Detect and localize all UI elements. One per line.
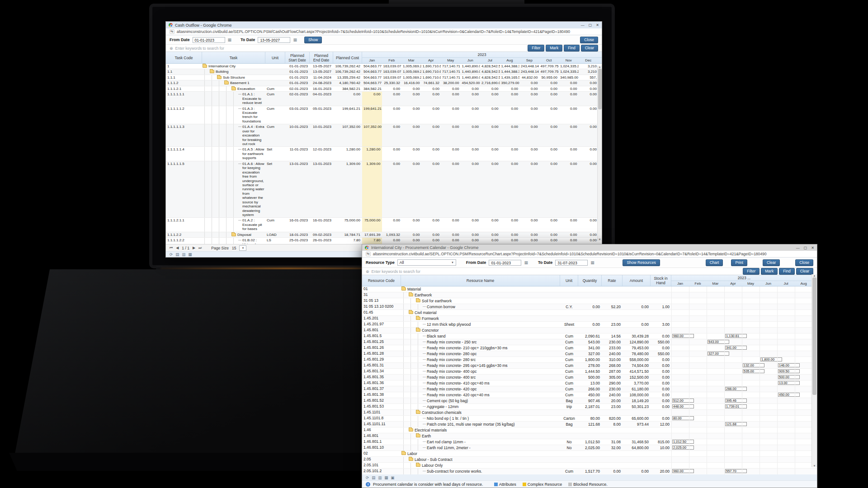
column-header[interactable]: Unit: [265, 52, 285, 63]
folder-icon[interactable]: [416, 464, 420, 467]
last-page-icon[interactable]: ⏭: [198, 246, 202, 250]
table-row[interactable]: 1.45.801.37Ready mix concrete- 420 opcCu…: [362, 386, 817, 392]
table-row[interactable]: 1.1.1.1.1.101.A.1 : Excavate to reduce l…: [166, 92, 602, 106]
folder-icon[interactable]: [401, 287, 406, 291]
table-row[interactable]: 2.05.101Labour Only: [362, 463, 817, 469]
refresh-icon[interactable]: ⟳: [170, 252, 173, 257]
folder-icon[interactable]: ▥: [378, 475, 382, 480]
table-row[interactable]: 1.1.1.1.1.301.A.4 : Extra over for excav…: [166, 124, 602, 147]
table-row[interactable]: 01Material: [362, 286, 817, 292]
export-icon[interactable]: ▤: [175, 252, 179, 257]
table-row[interactable]: 1.46Electrical materials: [362, 427, 817, 433]
table-row[interactable]: 1.45.1101Construction chemicals: [362, 410, 817, 416]
maximize-button[interactable]: ▢: [804, 246, 807, 250]
table-row[interactable]: 1.45.801.38Ready mix concrete- 420 opc+4…: [362, 392, 817, 398]
calendar-icon[interactable]: ▦: [524, 260, 528, 265]
table-row[interactable]: 1.45.801.53Aggregate - 12mmtrip2,187.012…: [362, 404, 817, 410]
folder-icon[interactable]: [217, 76, 222, 79]
calendar-icon[interactable]: ▦: [293, 38, 297, 42]
table-row[interactable]: 1.45.1101.8Nito bond ep ( 1 ltr. / tin )…: [362, 416, 817, 422]
filter-button[interactable]: Filter: [743, 268, 760, 275]
table-row[interactable]: 1.45.1101.11Patch crete 101, multi use r…: [362, 422, 817, 427]
table-row[interactable]: 1.45.801.26Ready mix concrete- 210 opc+ …: [362, 345, 817, 351]
folder-icon[interactable]: [416, 299, 420, 302]
table-row[interactable]: 1.45.801Concretor: [362, 328, 817, 333]
folder-icon[interactable]: [409, 311, 413, 314]
folder-icon[interactable]: [416, 411, 420, 414]
export-icon[interactable]: ▤: [372, 475, 375, 480]
search-input[interactable]: Enter keywords to search for: [175, 46, 224, 51]
table-row[interactable]: 1.1.1.2.1ExcavationCum02-01-202316-01-20…: [166, 86, 602, 92]
table-row[interactable]: 1.46.801.10Earth rod 11mm, 2meter -No2,0…: [362, 445, 817, 451]
chart-button[interactable]: Chart: [706, 259, 723, 266]
close-window-button[interactable]: ✕: [596, 23, 599, 27]
grid-icon[interactable]: ▦: [384, 475, 388, 480]
table-row[interactable]: 1.45.801.34Ready mix concrete- 400 opcCu…: [362, 369, 817, 375]
table-row[interactable]: 31 05 13Soil for earthwork: [362, 298, 817, 304]
address-bar[interactable]: ⇆ altasnimconstruction.civitbuild.ae/SEP…: [362, 251, 817, 258]
column-header[interactable]: Stock in Hand: [651, 275, 671, 286]
table-row[interactable]: 2.05.101.2Sub-contract for concrete work…: [362, 469, 817, 474]
column-header[interactable]: Rate: [602, 275, 623, 286]
table-row[interactable]: 1.45.201Formwork: [362, 316, 817, 322]
table-row[interactable]: 1.1.1.1.1.401.A.5 : Allow for earthwork …: [166, 147, 602, 161]
table-row[interactable]: 02Labor: [362, 451, 817, 457]
table-row[interactable]: 1.45.801.25Ready mix concrete - 250 srcC…: [362, 339, 817, 345]
vertical-scrollbar[interactable]: ▲▼: [811, 274, 817, 467]
folder-icon[interactable]: [401, 452, 406, 455]
mark-button[interactable]: Mark: [546, 45, 562, 52]
table-row[interactable]: 1.1.1.1.1.501.A.6 : Allow for keeping ex…: [166, 161, 602, 218]
table-row[interactable]: 1.1.1.2.2DisposalLOAD18-01-202309-02-202…: [166, 232, 602, 238]
grid-icon[interactable]: ▦: [188, 252, 192, 257]
column-header[interactable]: Unit: [560, 275, 578, 286]
table-row[interactable]: 1.45.801.29Ready mix concrete- 280 srcCu…: [362, 357, 817, 363]
table-row[interactable]: 1.45.801.36Ready mix concrete- 410 opc+4…: [362, 380, 817, 386]
table-row[interactable]: 1.46.801.1Eart rod clamp 11mm -No1,012.5…: [362, 439, 817, 445]
table-row[interactable]: 1.45.801.31Ready mix concrete- 295 opc+1…: [362, 363, 817, 369]
window-icon[interactable]: ▣: [391, 475, 394, 480]
table-row[interactable]: 2.05Labour - Sub Contract: [362, 457, 817, 463]
table-row[interactable]: 1.45.801.35Ready mix concrete- 400 srcCu…: [362, 375, 817, 380]
show-button[interactable]: Show: [304, 37, 322, 43]
table-row[interactable]: 1.1.1.2Basement 101-01-202324-08-20234,1…: [166, 80, 602, 86]
prev-page-icon[interactable]: ◀: [176, 246, 179, 250]
address-bar[interactable]: ⇆ altasnimconstruction.civitbuild.ae/SEP…: [166, 28, 602, 35]
next-page-icon[interactable]: ▶: [193, 246, 195, 250]
to-date-input[interactable]: 13-05-2027: [258, 37, 290, 43]
table-row[interactable]: 1.46.801Earth: [362, 433, 817, 439]
column-header[interactable]: Planned Start Date: [285, 52, 310, 63]
clear-button[interactable]: Clear: [796, 268, 813, 275]
print-button[interactable]: Print: [731, 259, 747, 266]
table-row[interactable]: 31Earthwork: [362, 292, 817, 298]
find-button[interactable]: Find: [564, 45, 580, 52]
table-row[interactable]: 1.45.801.52Cement opc (50 kg bag)Bag907.…: [362, 398, 817, 404]
folder-icon[interactable]: [409, 293, 413, 296]
table-row[interactable]: 1.1.1.2.1.101.A.2 : Excavate pit for bas…: [166, 218, 602, 232]
column-header[interactable]: Amount: [623, 275, 651, 286]
table-row[interactable]: 1.45.801.28Ready mix concrete- 280 opcCu…: [362, 351, 817, 357]
folder-icon[interactable]: [231, 233, 236, 236]
minimize-button[interactable]: —: [581, 23, 585, 27]
column-header[interactable]: Resource Code: [362, 275, 401, 286]
column-header[interactable]: Planned End Date: [310, 52, 333, 63]
table-row[interactable]: 31 05 13.10 0200Common borrowC.Y.0.0052.…: [362, 304, 817, 310]
folder-icon[interactable]: [416, 317, 420, 320]
folder-icon[interactable]: [409, 458, 413, 461]
calendar-icon[interactable]: ▦: [590, 260, 594, 265]
table-row[interactable]: 1.1Building01-01-202313-05-2027106,739,2…: [166, 69, 602, 75]
close-button[interactable]: Close: [795, 259, 813, 266]
filter-button[interactable]: Filter: [528, 45, 544, 52]
refresh-icon[interactable]: ⟳: [366, 475, 369, 480]
table-row[interactable]: 1.45.801.5Black sandCum2,090.6114.5630,4…: [362, 333, 817, 339]
mark-button[interactable]: Mark: [761, 268, 778, 275]
folder-icon[interactable]: [231, 87, 236, 90]
table-row[interactable]: 1.1.1.1.1.201.A.3 : Excavate trench for …: [166, 106, 602, 125]
column-header[interactable]: Task: [202, 52, 265, 63]
column-header[interactable]: Planned Cost: [333, 52, 362, 63]
search-input[interactable]: Enter keywords to search for: [372, 269, 420, 274]
folder-icon[interactable]: [210, 70, 214, 73]
from-date-input[interactable]: 01-01-2023: [489, 260, 521, 266]
column-header[interactable]: Task Code: [166, 52, 202, 63]
close-window-button[interactable]: ✕: [811, 246, 814, 250]
find-button[interactable]: Find: [779, 268, 795, 275]
